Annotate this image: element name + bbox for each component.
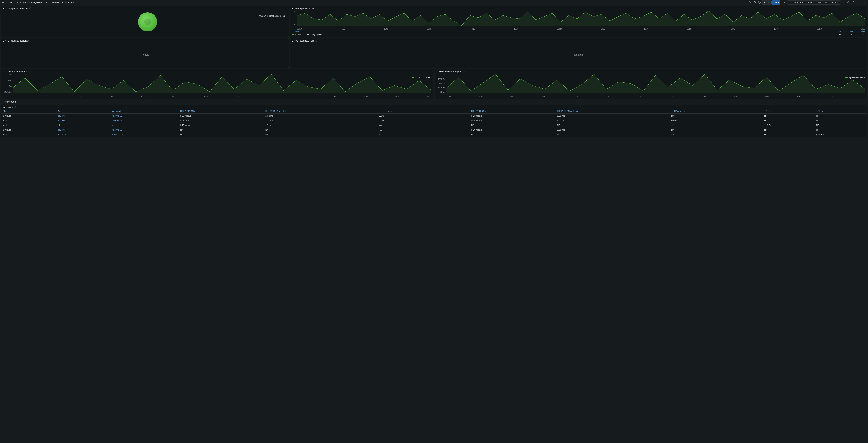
table-cell[interactable]: reviews [57,118,111,123]
table-cell: NA [670,123,763,128]
x-tick: 12:20 [204,95,208,97]
snapshot-button[interactable] [752,0,757,4]
table-cell: 0.244 req/s [179,118,264,123]
panel-http-responses-1m[interactable]: HTTP responses / 1m 50 40 11:5011:5512:0… [290,6,867,37]
table-cell[interactable]: sleep [57,123,111,128]
kiosk-mode-button[interactable] [863,0,867,4]
add-panel-button[interactable]: Add [762,0,771,4]
x-tick: 12:00 [76,95,81,97]
table-cell: NA [670,132,763,137]
table-cell: 11.0 B/s [763,123,815,128]
legend-label: reviews -> productpage: (ok) [259,15,285,17]
panel-workloads-table[interactable]: Workloads ClusterServiceWorkloadHTTP/GRP… [1,105,867,137]
table-cell: minikube [1,123,57,128]
table-cell[interactable]: reviews-v1 [111,128,179,132]
table-header-cell[interactable]: TCP tx [763,109,815,114]
refresh-button[interactable] [851,0,855,4]
legend-series-name: reviews -> productpage: (2xx) [295,33,321,36]
x-tick: 12:50 [395,95,399,97]
favorite-toggle-button[interactable] [76,1,80,4]
table-cell[interactable]: tcp-echo-v1 [111,132,179,137]
no-data-label: No data [292,43,865,66]
table-cell: NA [179,132,264,137]
breadcrumb-home[interactable]: Home [5,1,13,4]
toolbar-sep [781,1,781,4]
info-icon[interactable] [29,7,31,9]
info-icon[interactable] [30,39,32,42]
table-header-cell[interactable]: TCP rx [815,109,867,114]
table-cell: 0.244 req/s [470,118,556,123]
table-cell[interactable]: reviews-v2 [111,114,179,118]
dashboard-insights-button[interactable] [747,0,752,4]
svg-marker-12 [13,74,431,93]
x-tick: 12:40 [332,95,336,97]
table-row: minikubereviewsreviews-v1NANANA0.267 req… [1,128,867,132]
panel-tcp-request-throughput[interactable]: TCP request throughput tcp-echo <- sleep… [1,69,433,99]
x-tick: 12:25 [601,28,605,30]
x-tick: 12:15 [514,28,518,30]
panel-title: TCP response throughput [436,70,462,73]
table-cell[interactable]: reviews [57,128,111,132]
x-tick: 12:35 [687,28,692,30]
table-cell[interactable]: reviews [57,114,111,118]
panel-grpc-response-overview[interactable]: GRPC response overview No data [1,38,289,68]
time-range-next-button[interactable] [841,0,846,4]
table-cell: NA [763,132,815,137]
table-cell[interactable]: tcp-echo [57,132,111,137]
refresh-interval-button[interactable] [856,0,860,4]
table-header-cell[interactable]: Cluster [1,109,57,114]
x-tick: 12:55 [861,95,865,97]
info-icon[interactable] [28,70,30,73]
panel-http-response-overview[interactable]: HTTP response overview reviews -> produc… [1,6,289,37]
table-cell: 100% [670,118,763,123]
table-cell: NA [470,132,556,137]
time-range-picker[interactable]: 2024-01-24 11:50:00 to 2024-01-24 12:59:… [787,0,841,4]
breadcrumb-folder[interactable]: Integration - Istio [30,1,49,4]
legend-header: Name Min Max Mean [292,30,865,33]
svg-point-3 [759,2,760,3]
panel-grpc-responses-1m[interactable]: GRPC responses / 1m No data [290,38,867,68]
breadcrumb-current: Istio services overview [51,1,75,4]
table-header-cell[interactable]: HTTP/GRPC tx [179,109,264,114]
table-header-cell[interactable]: HTTP/GRPC rx [470,109,556,114]
table-cell: NA [763,118,815,123]
y-tick: 11.25 B/s [3,80,12,82]
legend-row[interactable]: reviews -> productpage: (2xx) 38 51 45.7 [292,33,865,36]
info-icon[interactable] [315,39,318,42]
table-header-cell[interactable]: HTTP tx success [377,109,470,114]
x-tick: 12:50 [829,95,833,97]
x-tick: 12:40 [731,28,735,30]
table-header-cell[interactable]: HTTP rx success [670,109,763,114]
x-tick: 12:30 [644,28,648,30]
zoom-out-button[interactable] [846,0,850,4]
table-cell[interactable]: sleep [111,123,179,128]
info-icon[interactable] [315,7,317,9]
info-icon[interactable] [463,70,466,73]
breadcrumb-sep: › [13,1,14,4]
panel-tcp-response-throughput[interactable]: TCP response throughput tcp-echo -> slee… [435,69,867,99]
svg-marker-14 [446,74,865,93]
table-cell: 12.1 ms [264,123,377,128]
x-tick: 12:55 [427,95,431,97]
table-cell: 100% [377,114,470,118]
time-range-prev-button[interactable] [782,0,787,4]
section-toggle-workloads[interactable]: Workloads [1,100,867,104]
panel-title: HTTP response overview [3,7,28,10]
no-data-label: No data [3,43,287,66]
table-header-cell[interactable]: Service [57,109,111,114]
info-icon[interactable] [14,106,17,109]
x-tick: 11:50 [13,95,17,97]
settings-button[interactable] [757,0,762,4]
table-header-cell[interactable]: HTTP/GRPC tx delay [264,109,377,114]
svg-marker-8 [297,11,865,26]
x-tick: 12:15 [606,95,610,97]
breadcrumb-dashboards[interactable]: Dashboards [15,1,28,4]
table-cell: 1.38 ms [264,118,377,123]
legend-max: 51 [841,33,853,36]
table-cell[interactable]: reviews-v3 [111,118,179,123]
menu-toggle-button[interactable] [1,1,4,4]
table-header-cell[interactable]: HTTP/GRPC rx delay [556,109,670,114]
table-header-cell[interactable]: Workload [111,109,179,114]
table-cell: NA [377,132,470,137]
share-button[interactable]: Share [772,0,780,4]
